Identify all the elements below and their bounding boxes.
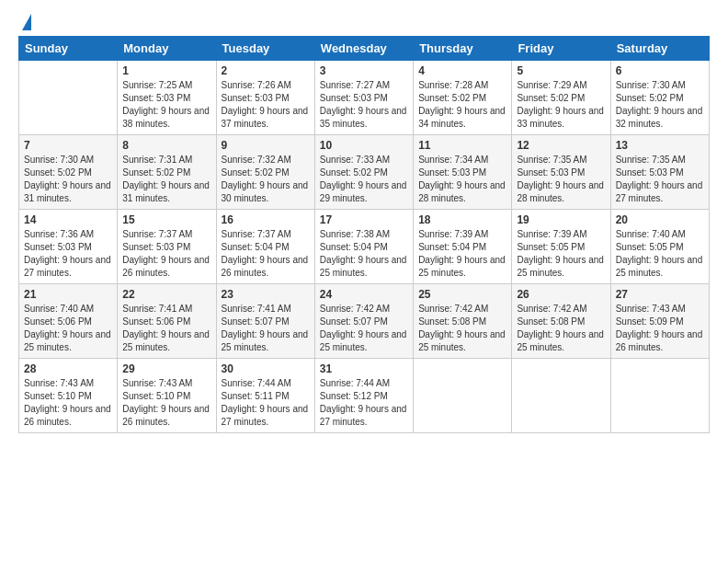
- calendar-cell: [414, 359, 512, 433]
- calendar-cell: 15Sunrise: 7:37 AMSunset: 5:03 PMDayligh…: [118, 210, 216, 284]
- header-saturday: Saturday: [610, 37, 709, 61]
- header-monday: Monday: [118, 37, 216, 61]
- daylight-text: Daylight: 9 hours and 25 minutes.: [517, 255, 604, 278]
- sunset-text: Sunset: 5:03 PM: [320, 93, 388, 103]
- sunrise-text: Sunrise: 7:42 AM: [418, 304, 488, 314]
- day-info: Sunrise: 7:43 AMSunset: 5:10 PMDaylight:…: [24, 377, 112, 429]
- daylight-text: Daylight: 9 hours and 25 minutes.: [418, 255, 506, 278]
- day-number: 3: [320, 64, 408, 77]
- calendar-cell: 18Sunrise: 7:39 AMSunset: 5:04 PMDayligh…: [414, 210, 512, 284]
- calendar-cell: 11Sunrise: 7:34 AMSunset: 5:03 PMDayligh…: [414, 135, 512, 210]
- logo: [18, 14, 31, 27]
- sunrise-text: Sunrise: 7:41 AM: [222, 304, 291, 314]
- sunset-text: Sunset: 5:02 PM: [122, 167, 190, 178]
- sunset-text: Sunset: 5:02 PM: [418, 93, 486, 103]
- calendar-cell: 4Sunrise: 7:28 AMSunset: 5:02 PMDaylight…: [414, 61, 512, 135]
- calendar-cell: 22Sunrise: 7:41 AMSunset: 5:06 PMDayligh…: [118, 284, 216, 359]
- daylight-text: Daylight: 9 hours and 26 minutes.: [616, 329, 703, 352]
- day-number: 23: [222, 288, 310, 301]
- calendar-cell: [512, 359, 610, 433]
- sunrise-text: Sunrise: 7:40 AM: [24, 304, 94, 314]
- calendar-week-row: 7Sunrise: 7:30 AMSunset: 5:02 PMDaylight…: [19, 135, 710, 210]
- sunset-text: Sunset: 5:11 PM: [222, 391, 290, 401]
- sunrise-text: Sunrise: 7:42 AM: [517, 304, 586, 314]
- daylight-text: Daylight: 9 hours and 25 minutes.: [517, 329, 604, 352]
- calendar-cell: [610, 359, 709, 433]
- calendar-cell: 5Sunrise: 7:29 AMSunset: 5:02 PMDaylight…: [512, 61, 610, 135]
- day-number: 5: [517, 64, 605, 77]
- day-number: 12: [517, 139, 605, 152]
- sunrise-text: Sunrise: 7:39 AM: [517, 229, 586, 239]
- day-number: 29: [122, 362, 210, 375]
- daylight-text: Daylight: 9 hours and 26 minutes.: [24, 404, 111, 427]
- daylight-text: Daylight: 9 hours and 25 minutes.: [320, 255, 407, 278]
- sunset-text: Sunset: 5:02 PM: [24, 167, 92, 178]
- calendar-cell: 20Sunrise: 7:40 AMSunset: 5:05 PMDayligh…: [610, 210, 709, 284]
- day-info: Sunrise: 7:37 AMSunset: 5:03 PMDaylight:…: [122, 228, 210, 280]
- day-info: Sunrise: 7:34 AMSunset: 5:03 PMDaylight:…: [418, 154, 506, 205]
- sunrise-text: Sunrise: 7:42 AM: [320, 304, 390, 314]
- day-number: 17: [320, 213, 408, 226]
- calendar-cell: 28Sunrise: 7:43 AMSunset: 5:10 PMDayligh…: [19, 359, 118, 433]
- calendar-cell: 6Sunrise: 7:30 AMSunset: 5:02 PMDaylight…: [610, 61, 709, 135]
- calendar-week-row: 14Sunrise: 7:36 AMSunset: 5:03 PMDayligh…: [19, 210, 710, 284]
- header-tuesday: Tuesday: [216, 37, 314, 61]
- calendar-cell: 19Sunrise: 7:39 AMSunset: 5:05 PMDayligh…: [512, 210, 610, 284]
- daylight-text: Daylight: 9 hours and 32 minutes.: [616, 106, 703, 129]
- day-info: Sunrise: 7:30 AMSunset: 5:02 PMDaylight:…: [24, 154, 112, 205]
- daylight-text: Daylight: 9 hours and 27 minutes.: [24, 255, 111, 278]
- calendar-cell: 9Sunrise: 7:32 AMSunset: 5:02 PMDaylight…: [216, 135, 314, 210]
- day-number: 2: [222, 64, 310, 77]
- sunrise-text: Sunrise: 7:44 AM: [222, 378, 291, 388]
- day-number: 31: [320, 362, 408, 375]
- sunrise-text: Sunrise: 7:28 AM: [418, 80, 488, 90]
- day-info: Sunrise: 7:44 AMSunset: 5:12 PMDaylight:…: [320, 377, 408, 429]
- daylight-text: Daylight: 9 hours and 25 minutes.: [222, 329, 309, 352]
- daylight-text: Daylight: 9 hours and 26 minutes.: [122, 404, 210, 427]
- daylight-text: Daylight: 9 hours and 25 minutes.: [24, 329, 111, 352]
- sunset-text: Sunset: 5:03 PM: [616, 167, 684, 178]
- calendar-cell: 13Sunrise: 7:35 AMSunset: 5:03 PMDayligh…: [610, 135, 709, 210]
- day-number: 28: [24, 362, 112, 375]
- day-info: Sunrise: 7:42 AMSunset: 5:08 PMDaylight:…: [517, 303, 605, 354]
- sunset-text: Sunset: 5:02 PM: [517, 93, 585, 103]
- daylight-text: Daylight: 9 hours and 38 minutes.: [122, 106, 210, 129]
- day-info: Sunrise: 7:37 AMSunset: 5:04 PMDaylight:…: [222, 228, 310, 280]
- day-number: 18: [418, 213, 506, 226]
- calendar-cell: 25Sunrise: 7:42 AMSunset: 5:08 PMDayligh…: [414, 284, 512, 359]
- sunrise-text: Sunrise: 7:37 AM: [222, 229, 291, 239]
- calendar-week-row: 21Sunrise: 7:40 AMSunset: 5:06 PMDayligh…: [19, 284, 710, 359]
- day-number: 26: [517, 288, 605, 301]
- weekday-header-row: Sunday Monday Tuesday Wednesday Thursday…: [19, 37, 710, 61]
- calendar-cell: 12Sunrise: 7:35 AMSunset: 5:03 PMDayligh…: [512, 135, 610, 210]
- calendar-cell: [19, 61, 118, 135]
- day-number: 21: [24, 288, 112, 301]
- day-number: 4: [418, 64, 506, 77]
- day-number: 1: [122, 64, 210, 77]
- daylight-text: Daylight: 9 hours and 30 minutes.: [222, 180, 309, 203]
- daylight-text: Daylight: 9 hours and 27 minutes.: [222, 404, 309, 427]
- day-number: 22: [122, 288, 210, 301]
- daylight-text: Daylight: 9 hours and 29 minutes.: [320, 180, 407, 203]
- day-number: 13: [616, 139, 704, 152]
- daylight-text: Daylight: 9 hours and 26 minutes.: [222, 255, 309, 278]
- sunrise-text: Sunrise: 7:43 AM: [24, 378, 94, 388]
- day-number: 16: [222, 213, 310, 226]
- calendar-page: Sunday Monday Tuesday Wednesday Thursday…: [0, 0, 728, 563]
- sunrise-text: Sunrise: 7:40 AM: [616, 229, 686, 239]
- day-number: 24: [320, 288, 408, 301]
- calendar-cell: 7Sunrise: 7:30 AMSunset: 5:02 PMDaylight…: [19, 135, 118, 210]
- header: [18, 14, 710, 27]
- header-friday: Friday: [512, 37, 610, 61]
- calendar-cell: 29Sunrise: 7:43 AMSunset: 5:10 PMDayligh…: [118, 359, 216, 433]
- sunset-text: Sunset: 5:02 PM: [320, 167, 388, 178]
- day-info: Sunrise: 7:27 AMSunset: 5:03 PMDaylight:…: [320, 79, 408, 131]
- day-info: Sunrise: 7:25 AMSunset: 5:03 PMDaylight:…: [122, 79, 210, 131]
- calendar-cell: 17Sunrise: 7:38 AMSunset: 5:04 PMDayligh…: [314, 210, 413, 284]
- sunset-text: Sunset: 5:02 PM: [616, 93, 684, 103]
- daylight-text: Daylight: 9 hours and 25 minutes.: [320, 329, 407, 352]
- calendar-week-row: 1Sunrise: 7:25 AMSunset: 5:03 PMDaylight…: [19, 61, 710, 135]
- day-info: Sunrise: 7:43 AMSunset: 5:10 PMDaylight:…: [122, 377, 210, 429]
- day-info: Sunrise: 7:44 AMSunset: 5:11 PMDaylight:…: [222, 377, 310, 429]
- sunset-text: Sunset: 5:03 PM: [517, 167, 585, 178]
